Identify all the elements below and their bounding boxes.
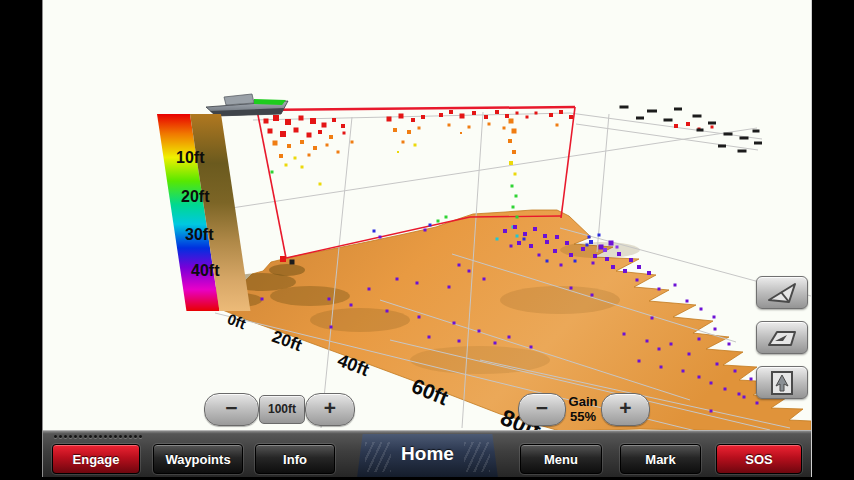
perspective-view-button[interactable] [756, 276, 808, 309]
range-increase-button[interactable]: + [305, 393, 355, 426]
mark-button[interactable]: Mark [620, 444, 701, 474]
bottom-nav-bar: Engage Waypoints Info Home Menu Mark SOS [43, 430, 811, 477]
sonar-3d-scene [0, 0, 854, 480]
scale-label-20ft: 20ft [181, 188, 209, 206]
bar-grip-dots [54, 435, 142, 439]
bezel-left [0, 0, 43, 480]
scale-label-40ft: 40ft [191, 262, 219, 280]
boat-icon [206, 94, 288, 116]
gain-label: Gain [565, 394, 601, 409]
scale-label-30ft: 30ft [185, 226, 213, 244]
gain-decrease-button[interactable]: − [518, 393, 566, 426]
gain-readout: Gain 55% [565, 394, 601, 424]
overhead-view-icon [762, 369, 802, 397]
gain-value: 55% [565, 409, 601, 424]
overhead-view-button[interactable] [756, 366, 808, 399]
range-value: 100ft [259, 395, 305, 424]
home-hatch-right-icon [464, 442, 490, 472]
home-hatch-left-icon [365, 442, 391, 472]
home-button-label: Home [401, 443, 454, 464]
bezel-right [811, 0, 854, 480]
chartplotter-screen: { "depth_scale": { "labels": ["10ft", "2… [0, 0, 854, 480]
low-angle-view-icon [762, 324, 802, 352]
engage-button[interactable]: Engage [52, 444, 140, 474]
sos-button[interactable]: SOS [716, 444, 802, 474]
info-button[interactable]: Info [255, 444, 335, 474]
waypoints-button[interactable]: Waypoints [153, 444, 243, 474]
scale-label-10ft: 10ft [176, 149, 204, 167]
range-decrease-button[interactable]: − [204, 393, 259, 426]
low-angle-view-button[interactable] [756, 321, 808, 354]
home-button[interactable]: Home [357, 434, 498, 478]
perspective-view-icon [762, 279, 802, 307]
menu-button[interactable]: Menu [520, 444, 602, 474]
gain-increase-button[interactable]: + [601, 393, 650, 426]
